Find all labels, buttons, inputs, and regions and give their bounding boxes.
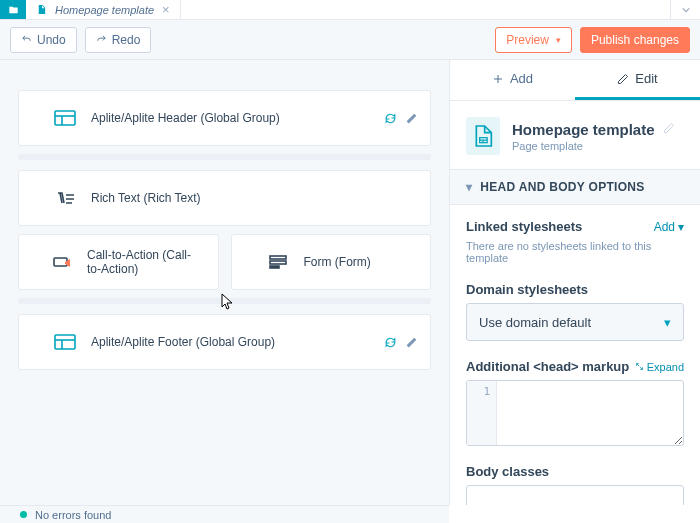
redo-button[interactable]: Redo (85, 27, 152, 53)
module-cta[interactable]: Call-to-Action (Call-to-Action) (18, 234, 219, 290)
layout-icon (53, 108, 77, 128)
section-linked-stylesheets: Linked stylesheets Add ▾ There are no st… (450, 205, 700, 268)
drag-handle-icon[interactable] (246, 260, 252, 264)
module-form[interactable]: Form (Form) (231, 234, 432, 290)
svg-rect-0 (55, 111, 75, 125)
status-bar: No errors found (0, 505, 449, 523)
template-title: Homepage template (512, 121, 655, 138)
tab-edit[interactable]: Edit (575, 60, 700, 100)
canvas[interactable]: Aplite/Aplite Header (Global Group) Rich… (0, 60, 449, 505)
chevron-down-icon: ▾ (466, 180, 472, 194)
publish-button[interactable]: Publish changes (580, 27, 690, 53)
publish-label: Publish changes (591, 33, 679, 47)
module-label: Call-to-Action (Call-to-Action) (87, 248, 204, 276)
section-head-markup: Additional <head> markup Expand 1 (450, 345, 700, 450)
edit-icon[interactable] (405, 112, 418, 125)
caret-down-icon: ▾ (664, 315, 671, 330)
tab-label: Edit (635, 71, 657, 86)
tab-title: Homepage template (55, 4, 154, 16)
project-tab-icon[interactable] (0, 0, 26, 19)
module-label: Aplite/Aplite Footer (Global Group) (91, 335, 275, 349)
select-value: Use domain default (479, 315, 591, 330)
cta-icon (53, 252, 73, 272)
drag-handle-icon[interactable] (33, 340, 39, 344)
caret-down-icon: ▾ (678, 220, 684, 234)
tab-bar: Homepage template × (0, 0, 700, 20)
caret-down-icon: ▾ (556, 35, 561, 45)
undo-button[interactable]: Undo (10, 27, 77, 53)
undo-label: Undo (37, 33, 66, 47)
form-icon (266, 252, 290, 272)
template-badge-icon (466, 117, 500, 155)
file-icon (36, 3, 47, 16)
richtext-icon (53, 188, 77, 208)
domain-select[interactable]: Use domain default ▾ (466, 303, 684, 341)
close-icon[interactable]: × (162, 3, 170, 16)
file-tab[interactable]: Homepage template × (26, 0, 181, 19)
module-header[interactable]: Aplite/Aplite Header (Global Group) (18, 90, 431, 146)
drag-handle-icon[interactable] (33, 116, 39, 120)
body-classes-input[interactable] (466, 485, 684, 505)
accordion-label: HEAD AND BODY OPTIONS (480, 180, 644, 194)
redo-label: Redo (112, 33, 141, 47)
section-label: Domain stylesheets (466, 282, 684, 297)
add-stylesheet-link[interactable]: Add ▾ (654, 220, 684, 234)
tab-add[interactable]: Add (450, 60, 575, 100)
template-header: Homepage template Page template (450, 101, 700, 169)
section-body-classes: Body classes (450, 450, 700, 505)
status-text: No errors found (35, 509, 111, 521)
expand-link[interactable]: Expand (635, 361, 684, 373)
tab-label: Add (510, 71, 533, 86)
empty-hint: There are no stylesheets linked to this … (466, 240, 684, 264)
code-gutter: 1 (467, 381, 497, 445)
edit-icon[interactable] (405, 336, 418, 349)
sidebar-tabs: Add Edit (450, 60, 700, 101)
status-dot-icon (20, 511, 27, 518)
layout-icon (53, 332, 77, 352)
section-label: Linked stylesheets (466, 219, 582, 234)
main-split: Aplite/Aplite Header (Global Group) Rich… (0, 60, 700, 505)
sync-icon[interactable] (384, 112, 397, 125)
drop-slot[interactable] (18, 154, 431, 160)
tab-menu-icon[interactable] (670, 0, 700, 19)
pencil-icon[interactable] (663, 122, 675, 137)
sync-icon[interactable] (384, 336, 397, 349)
module-richtext[interactable]: Rich Text (Rich Text) (18, 170, 431, 226)
preview-label: Preview (506, 33, 549, 47)
drag-handle-icon[interactable] (33, 196, 39, 200)
accordion-head-body[interactable]: ▾ HEAD AND BODY OPTIONS (450, 169, 700, 205)
template-subtitle: Page template (512, 140, 675, 152)
section-domain-stylesheets: Domain stylesheets Use domain default ▾ (450, 268, 700, 345)
section-label: Additional <head> markup (466, 359, 629, 374)
module-label: Aplite/Aplite Header (Global Group) (91, 111, 280, 125)
svg-rect-7 (55, 335, 75, 349)
head-markup-editor[interactable]: 1 (466, 380, 684, 446)
preview-button[interactable]: Preview ▾ (495, 27, 572, 53)
svg-rect-5 (270, 261, 286, 264)
svg-rect-4 (270, 256, 286, 259)
drop-slot[interactable] (18, 298, 431, 304)
module-label: Form (Form) (304, 255, 371, 269)
sidebar: Add Edit Homepage template (449, 60, 700, 505)
drag-handle-icon[interactable] (33, 260, 39, 264)
module-label: Rich Text (Rich Text) (91, 191, 201, 205)
module-footer[interactable]: Aplite/Aplite Footer (Global Group) (18, 314, 431, 370)
section-label: Body classes (466, 464, 684, 479)
svg-rect-6 (270, 266, 279, 268)
toolbar: Undo Redo Preview ▾ Publish changes (0, 20, 700, 60)
